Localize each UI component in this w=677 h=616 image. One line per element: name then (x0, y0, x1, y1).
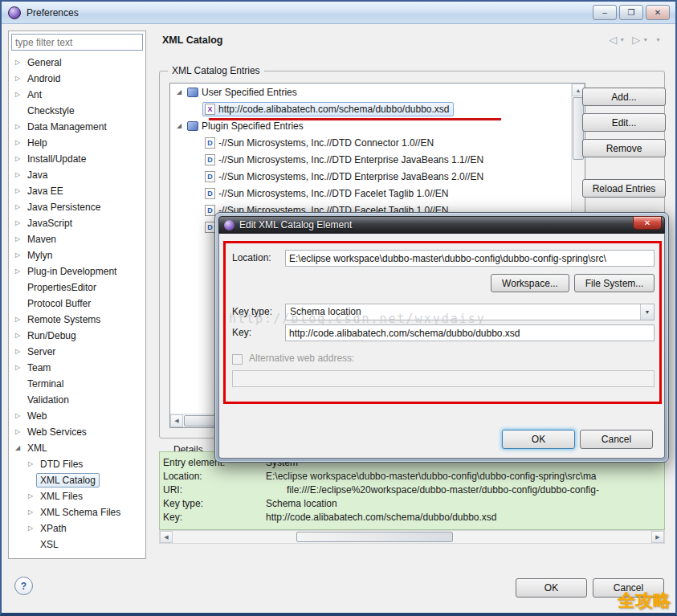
scrollbar-thumb[interactable] (296, 532, 453, 542)
tree-twistie-icon[interactable]: ◢ (12, 445, 23, 451)
sidebar-item-help[interactable]: ▷ Help (9, 135, 145, 151)
location-field[interactable] (285, 250, 655, 267)
file-system-button[interactable]: File System... (574, 274, 655, 292)
tree-twistie-icon[interactable]: ▷ (25, 461, 36, 467)
tree-twistie-icon[interactable]: ◢ (173, 89, 185, 96)
reload-entries-button[interactable]: Reload Entries (582, 179, 666, 198)
sidebar-item-xsl[interactable]: XSL (9, 536, 145, 553)
sidebar-item-protocol-buffer[interactable]: Protocol Buffer (9, 296, 145, 312)
scroll-left-icon[interactable]: ◀ (170, 414, 183, 427)
sidebar-item-java-persistence[interactable]: ▷ Java Persistence (9, 199, 145, 215)
close-button[interactable]: ✕ (646, 5, 670, 20)
dialog-cancel-button[interactable]: Cancel (580, 430, 653, 449)
dialog-ok-button[interactable]: OK (502, 430, 575, 449)
sidebar-item-xml[interactable]: ◢ XML (9, 440, 145, 456)
nav-forward-icon[interactable]: ▷ (632, 34, 640, 46)
sidebar-item-data-management[interactable]: ▷ Data Management (9, 119, 145, 135)
sidebar-item-javascript[interactable]: ▷ JavaScript (9, 215, 145, 231)
sidebar-item-java[interactable]: ▷ Java (9, 167, 145, 183)
dialog-titlebar[interactable]: Edit XML Catalog Element ✕ (218, 216, 665, 234)
nav-forward-menu-icon[interactable]: ▼ (642, 37, 648, 43)
sidebar-item-label: Remote Systems (23, 312, 104, 327)
help-button[interactable]: ? (14, 577, 33, 595)
catalog-entry-row-6[interactable]: D -//Sun Microsystems, Inc.//DTD Facelet… (170, 185, 571, 202)
catalog-entry-row-1[interactable]: X http://code.alibabatech.com/schema/dub… (170, 100, 571, 117)
sidebar-item-web-services[interactable]: ▷ Web Services (9, 424, 145, 440)
sidebar-item-team[interactable]: ▷ Team (9, 360, 145, 376)
sidebar-item-web[interactable]: ▷ Web (9, 408, 145, 424)
scroll-right-icon[interactable]: ▶ (651, 531, 664, 543)
tree-twistie-icon[interactable]: ▷ (12, 140, 23, 146)
sidebar-item-propertieseditor[interactable]: PropertiesEditor (9, 279, 145, 296)
sidebar-item-terminal[interactable]: Terminal (9, 376, 145, 392)
tree-twistie-icon[interactable]: ▷ (12, 220, 23, 226)
sidebar-item-java-ee[interactable]: ▷ Java EE (9, 183, 145, 199)
catalog-entry-row-4[interactable]: D -//Sun Microsystems, Inc.//DTD Enterpr… (170, 151, 571, 168)
tree-twistie-icon[interactable]: ▷ (12, 188, 23, 194)
preferences-cancel-button[interactable]: Cancel (593, 578, 664, 598)
tree-twistie-icon[interactable]: ▷ (12, 172, 23, 178)
tree-twistie-icon[interactable]: ▷ (25, 509, 36, 516)
tree-twistie-icon[interactable]: ◢ (173, 123, 185, 129)
tree-twistie-icon[interactable]: ▷ (12, 92, 23, 98)
tree-twistie-icon[interactable]: ▷ (12, 413, 23, 419)
nav-back-icon[interactable]: ◁ (609, 34, 617, 46)
catalog-entry-row-5[interactable]: D -//Sun Microsystems, Inc.//DTD Enterpr… (170, 168, 571, 185)
remove-button[interactable]: Remove (582, 139, 666, 157)
tree-twistie-icon[interactable]: ▷ (12, 124, 23, 130)
tree-twistie-icon[interactable]: ▷ (25, 525, 36, 532)
scroll-left-icon[interactable]: ◀ (160, 531, 173, 543)
sidebar-item-label: JavaScript (23, 216, 76, 230)
tree-twistie-icon[interactable]: ▷ (12, 332, 23, 339)
sidebar-item-mylyn[interactable]: ▷ Mylyn (9, 247, 145, 263)
sidebar-item-checkstyle[interactable]: Checkstyle (9, 103, 145, 119)
tree-twistie-icon[interactable]: ▷ (12, 429, 23, 435)
catalog-entry-row-0[interactable]: ◢ User Specified Entries (170, 84, 571, 100)
sidebar-item-maven[interactable]: ▷ Maven (9, 231, 145, 247)
key-field[interactable] (285, 324, 655, 341)
dialog-close-button[interactable]: ✕ (633, 216, 662, 230)
tree-twistie-icon[interactable]: ▷ (12, 316, 23, 323)
sidebar-item-install-update[interactable]: ▷ Install/Update (9, 151, 145, 167)
chevron-down-icon[interactable]: ▼ (640, 304, 654, 320)
tree-twistie-icon[interactable]: ▷ (12, 349, 23, 355)
sidebar-item-xml-schema-files[interactable]: ▷ XML Schema Files (9, 504, 145, 520)
add-button[interactable]: Add... (582, 88, 666, 106)
window-titlebar[interactable]: Preferences – ❐ ✕ (2, 2, 675, 24)
tree-twistie-icon[interactable]: ▷ (25, 493, 36, 500)
details-row-value: http://code.alibabatech.com/schema/dubbo… (266, 511, 661, 524)
details-horizontal-scrollbar[interactable]: ◀ ▶ (159, 530, 665, 544)
nav-back-menu-icon[interactable]: ▼ (619, 37, 625, 43)
sidebar-item-dtd-files[interactable]: ▷ DTD Files (9, 456, 145, 472)
tree-twistie-icon[interactable]: ▷ (12, 365, 23, 371)
sidebar-item-ant[interactable]: ▷ Ant (9, 87, 145, 103)
sidebar-item-server[interactable]: ▷ Server (9, 344, 145, 360)
tree-twistie-icon[interactable]: ▷ (12, 204, 23, 210)
sidebar-item-xml-files[interactable]: ▷ XML Files (9, 488, 145, 504)
tree-twistie-icon[interactable]: ▷ (12, 75, 23, 82)
sidebar-item-xml-catalog[interactable]: XML Catalog (9, 472, 145, 488)
sidebar-item-android[interactable]: ▷ Android (9, 71, 145, 87)
preferences-ok-button[interactable]: OK (516, 578, 587, 598)
filter-input[interactable] (11, 34, 143, 51)
tree-twistie-icon[interactable]: ▷ (12, 252, 23, 259)
sidebar-item-validation[interactable]: Validation (9, 392, 145, 408)
sidebar-item-plug-in-development[interactable]: ▷ Plug-in Development (9, 263, 145, 279)
tree-twistie-icon[interactable]: ▷ (12, 236, 23, 243)
tree-twistie-icon[interactable]: ▷ (12, 59, 23, 66)
sidebar-item-xpath[interactable]: ▷ XPath (9, 520, 145, 536)
edit-button[interactable]: Edit... (582, 113, 666, 132)
view-menu-icon[interactable]: ▼ (655, 37, 661, 43)
sidebar-item-general[interactable]: ▷ General (9, 55, 145, 71)
alternative-web-address-checkbox[interactable] (232, 354, 243, 365)
catalog-entry-row-3[interactable]: D -//Sun Microsystems, Inc.//DTD Connect… (170, 134, 571, 151)
minimize-button[interactable]: – (593, 5, 617, 20)
tree-twistie-icon[interactable]: ▷ (12, 156, 23, 162)
sidebar-item-remote-systems[interactable]: ▷ Remote Systems (9, 312, 145, 328)
tree-twistie-icon[interactable]: ▷ (12, 268, 23, 275)
workspace-button[interactable]: Workspace... (491, 274, 569, 292)
maximize-button[interactable]: ❐ (619, 5, 643, 20)
sidebar-item-run-debug[interactable]: ▷ Run/Debug (9, 328, 145, 344)
catalog-entries-group-title: XML Catalog Entries (168, 65, 264, 76)
key-type-combo[interactable]: Schema location ▼ (285, 304, 655, 320)
